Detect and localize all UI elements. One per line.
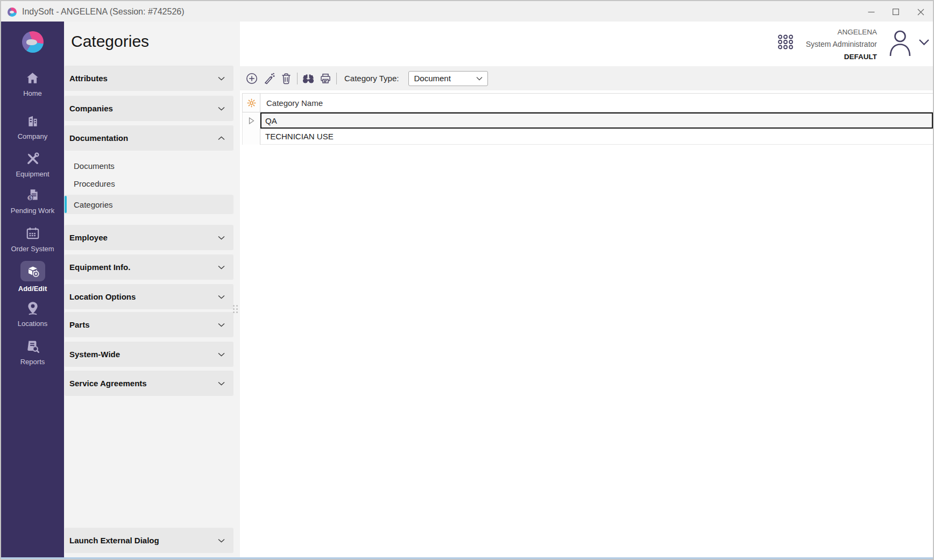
section-label: System-Wide [69, 350, 120, 359]
table-row[interactable]: TECHNICIAN USE [242, 129, 933, 145]
section-label: Parts [69, 320, 90, 329]
content-area: Categories Attributes Companies Document… [64, 22, 933, 557]
add-edit-box-icon [26, 264, 40, 278]
avatar [888, 29, 912, 57]
chevron-down-icon [218, 295, 225, 299]
sidebar-item-home[interactable]: Home [1, 70, 64, 97]
section-service-agreements[interactable]: Service Agreements [65, 371, 234, 396]
user-info: ANGELENA System Administrator DEFAULT [806, 26, 877, 63]
chevron-down-icon [218, 323, 225, 327]
apps-grid-icon [777, 34, 794, 49]
print-button[interactable] [319, 72, 332, 85]
section-documentation[interactable]: Documentation [65, 125, 234, 151]
category-name-cell[interactable]: QA [260, 112, 933, 129]
minimize-button[interactable] [859, 1, 883, 23]
sidebar-item-pending-work[interactable]: $ Pending Work [1, 187, 64, 215]
section-equipment-info[interactable]: Equipment Info. [65, 254, 234, 280]
sidebar-item-label: Home [23, 89, 42, 97]
chevron-down-icon [218, 236, 225, 240]
section-launch-external-dialog[interactable]: Launch External Dialog [65, 528, 234, 553]
sidebar-item-locations[interactable]: Locations [1, 300, 64, 328]
section-companies[interactable]: Companies [65, 96, 234, 121]
maximize-button[interactable] [883, 1, 908, 23]
user-name: ANGELENA [806, 26, 877, 38]
chevron-down-icon [918, 39, 930, 46]
section-parts[interactable]: Parts [65, 312, 234, 337]
order-system-calendar-icon [25, 225, 40, 242]
reports-search-icon [25, 338, 40, 355]
equipment-tools-icon [25, 151, 40, 167]
header-indicator-cell [243, 94, 260, 112]
section-location-options[interactable]: Location Options [65, 284, 234, 309]
add-circle-icon [246, 73, 258, 84]
trash-icon [281, 73, 292, 84]
app-logo-icon [8, 8, 17, 17]
section-label: Launch External Dialog [69, 536, 159, 545]
subitem-label: Procedures [74, 179, 115, 188]
company-icon [26, 113, 40, 129]
toolbar-separator [297, 73, 298, 84]
indysoft-logo-icon [22, 31, 44, 53]
sidebar-item-add-edit[interactable]: Add/Edit [1, 261, 64, 293]
chevron-down-icon [218, 538, 225, 543]
table-row[interactable]: QA [242, 112, 933, 129]
sun-icon [247, 98, 256, 108]
section-label: Location Options [69, 292, 136, 301]
sidebar-item-equipment[interactable]: Equipment [1, 151, 64, 178]
sidebar-item-label: Company [18, 132, 48, 140]
edit-wand-icon [263, 73, 275, 84]
title-bar: IndySoft - ANGELENA (Session: #742526) [1, 1, 933, 23]
category-toolbar: Category Type: Document [240, 66, 933, 90]
maximize-icon [893, 9, 899, 15]
category-type-dropdown[interactable]: Document [408, 71, 488, 86]
subitem-procedures[interactable]: Procedures [65, 175, 234, 193]
chevron-up-icon [218, 136, 225, 140]
categories-table: Category Name QA TECHNICIAN USE [242, 93, 933, 145]
printer-icon [320, 73, 331, 84]
category-type-value: Document [414, 74, 450, 83]
row-marker-icon [249, 117, 254, 124]
chevron-down-icon [218, 76, 225, 81]
section-label: Documentation [69, 133, 128, 143]
section-system-wide[interactable]: System-Wide [65, 342, 234, 367]
sidebar-item-label: Pending Work [11, 207, 54, 215]
user-menu-chevron-button[interactable] [918, 39, 930, 46]
panel-resize-grip[interactable] [233, 305, 240, 314]
column-header-category-name[interactable]: Category Name [260, 94, 933, 112]
section-attributes[interactable]: Attributes [65, 66, 234, 91]
sidebar-item-label: Locations [18, 320, 48, 328]
sidebar-item-label: Order System [11, 245, 54, 253]
sidebar-item-company[interactable]: Company [1, 113, 64, 140]
user-menu-button[interactable] [888, 29, 912, 57]
add-edit-active-tile [20, 261, 45, 281]
subitem-label: Categories [74, 200, 113, 209]
subitem-categories[interactable]: Categories [65, 195, 234, 214]
app-launcher-button[interactable] [777, 34, 794, 49]
section-employee[interactable]: Employee [65, 225, 234, 250]
subitem-label: Documents [74, 161, 115, 171]
section-label: Attributes [69, 74, 108, 83]
chevron-down-icon [218, 352, 225, 357]
sidebar: Home Company Equipment $ Pending Work Or… [1, 22, 64, 557]
close-button[interactable] [908, 1, 933, 23]
category-name-cell[interactable]: TECHNICIAN USE [260, 129, 933, 145]
chevron-down-icon [218, 107, 225, 111]
section-label: Employee [69, 233, 108, 242]
sidebar-item-reports[interactable]: Reports [1, 338, 64, 366]
subitem-documents[interactable]: Documents [65, 157, 234, 175]
minimize-icon [868, 9, 875, 16]
svg-text:$: $ [29, 195, 31, 201]
user-profile: DEFAULT [806, 51, 877, 63]
sidebar-item-order-system[interactable]: Order System [1, 225, 64, 253]
pending-work-icon: $ [25, 187, 40, 203]
row-indicator-cell [243, 129, 260, 145]
find-category-button[interactable] [302, 72, 315, 85]
add-category-button[interactable] [245, 72, 258, 85]
chevron-down-icon [218, 265, 225, 270]
section-label: Equipment Info. [69, 263, 130, 272]
delete-category-button[interactable] [280, 72, 293, 85]
edit-category-button[interactable] [263, 72, 275, 85]
binoculars-icon [302, 73, 315, 84]
user-role: System Administrator [806, 38, 877, 51]
chevron-down-icon [476, 76, 483, 81]
